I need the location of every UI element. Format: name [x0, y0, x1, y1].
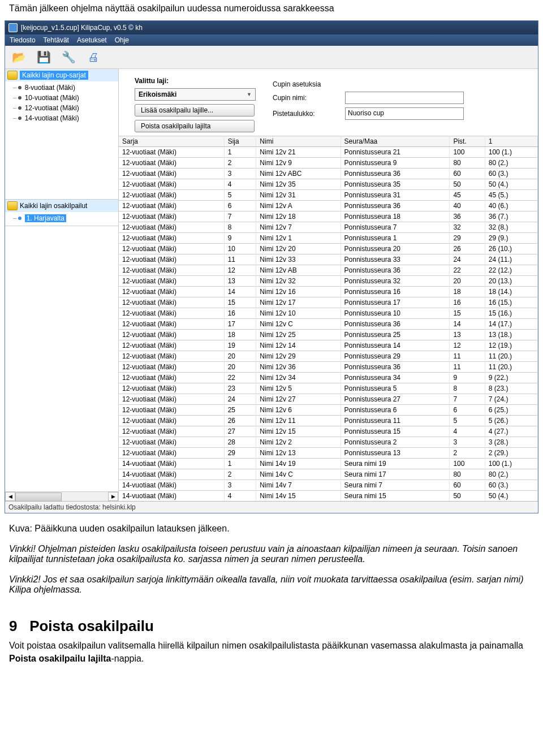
table-row[interactable]: 12-vuotiaat (Mäki)27Nimi 12v 15Ponnistus…	[119, 426, 538, 437]
table-cell: 22 (12.)	[485, 265, 537, 276]
tree-item[interactable]: ┄8-vuotiaat (Mäki)	[5, 83, 118, 93]
table-row[interactable]: 12-vuotiaat (Mäki)17Nimi 12v CPonnistuss…	[119, 319, 538, 330]
table-row[interactable]: 12-vuotiaat (Mäki)19Nimi 12v 14Ponnistus…	[119, 340, 538, 351]
table-row[interactable]: 12-vuotiaat (Mäki)22Nimi 12v 34Ponnistus…	[119, 373, 538, 383]
table-cell: 5	[450, 416, 485, 426]
table-cell: 12-vuotiaat (Mäki)	[119, 383, 224, 394]
table-cell: 12-vuotiaat (Mäki)	[119, 426, 224, 437]
toolbar-settings-button[interactable]	[58, 48, 79, 66]
menu-tiedosto[interactable]: Tiedosto	[10, 36, 36, 44]
table-cell: 60	[450, 480, 485, 491]
table-cell: 5 (26.)	[485, 416, 537, 426]
tree-head-osakilpailut[interactable]: Kaikki lajin osakilpailut	[5, 200, 118, 212]
table-cell: Nimi 12v 20	[256, 244, 341, 254]
remove-osakilpailu-button[interactable]: Poista osakilpailu lajilta	[135, 120, 255, 132]
table-row[interactable]: 14-vuotiaat (Mäki)3Nimi 14v 7Seura nimi …	[119, 480, 538, 491]
table-cell: 20	[224, 362, 256, 373]
table-row[interactable]: 12-vuotiaat (Mäki)23Nimi 12v 5Ponnistuss…	[119, 383, 538, 394]
table-row[interactable]: 12-vuotiaat (Mäki)24Nimi 12v 27Ponnistus…	[119, 394, 538, 405]
table-row[interactable]: 14-vuotiaat (Mäki)4Nimi 14v 15Seura nimi…	[119, 491, 538, 502]
tree-head-label: Kaikki lajin cup-sarjat	[20, 71, 88, 80]
table-row[interactable]: 12-vuotiaat (Mäki)12Nimi 12v ABPonnistus…	[119, 265, 538, 276]
table-cell: 14	[224, 287, 256, 297]
column-header[interactable]: Nimi	[256, 136, 341, 147]
table-row[interactable]: 12-vuotiaat (Mäki)26Nimi 12v 11Ponnistus…	[119, 416, 538, 426]
table-cell: 24	[224, 394, 256, 405]
left-hscrollbar[interactable]: ◀ ▶	[5, 491, 118, 501]
table-row[interactable]: 12-vuotiaat (Mäki)9Nimi 12v 1Ponnistusse…	[119, 233, 538, 244]
scroll-thumb[interactable]	[15, 493, 62, 502]
column-header[interactable]: Seura/Maa	[341, 136, 450, 147]
cup-nimi-input[interactable]	[345, 92, 464, 104]
table-row[interactable]: 14-vuotiaat (Mäki)1Nimi 14v 19Seura nimi…	[119, 459, 538, 469]
table-cell: 16 (15.)	[485, 297, 537, 308]
tree-head-cup-sarjat[interactable]: Kaikki lajin cup-sarjat	[5, 69, 118, 81]
table-row[interactable]: 12-vuotiaat (Mäki)8Nimi 12v 7Ponnistusse…	[119, 222, 538, 233]
table-row[interactable]: 12-vuotiaat (Mäki)6Nimi 12v APonnistusse…	[119, 201, 538, 211]
valittu-laji-combo[interactable]: Erikoismäki	[135, 88, 256, 101]
table-cell: 12-vuotiaat (Mäki)	[119, 308, 224, 319]
scroll-right-icon[interactable]: ▶	[108, 492, 118, 501]
scroll-track[interactable]	[15, 493, 108, 500]
table-cell: 40 (6.)	[485, 201, 537, 211]
column-header[interactable]: Sija	[224, 136, 256, 147]
table-row[interactable]: 14-vuotiaat (Mäki)2Nimi 14v CSeura nimi …	[119, 469, 538, 480]
toolbar-save-button[interactable]	[33, 48, 54, 66]
table-cell: 14-vuotiaat (Mäki)	[119, 491, 224, 502]
table-row[interactable]: 12-vuotiaat (Mäki)20Nimi 12v 36Ponnistus…	[119, 362, 538, 373]
scroll-left-icon[interactable]: ◀	[5, 492, 15, 501]
column-header[interactable]: 1	[485, 136, 537, 147]
table-row[interactable]: 12-vuotiaat (Mäki)14Nimi 12v 16Ponnistus…	[119, 287, 538, 297]
table-row[interactable]: 12-vuotiaat (Mäki)4Nimi 12v 35Ponnistuss…	[119, 179, 538, 190]
table-cell: 12-vuotiaat (Mäki)	[119, 287, 224, 297]
table-row[interactable]: 12-vuotiaat (Mäki)20Nimi 12v 29Ponnistus…	[119, 351, 538, 362]
tree-item[interactable]: ┄12-vuotiaat (Mäki)	[5, 103, 118, 113]
table-row[interactable]: 12-vuotiaat (Mäki)28Nimi 12v 2Ponnistuss…	[119, 437, 538, 448]
column-header[interactable]: Sarja	[119, 136, 224, 147]
add-osakilpailu-button[interactable]: Lisää osakilpailu lajille...	[135, 104, 255, 116]
table-cell: 1	[224, 459, 256, 469]
tree-item[interactable]: ┄1. Harjavalta	[5, 213, 118, 223]
table-cell: Ponnistusseura 15	[341, 426, 450, 437]
pistetaulukko-input[interactable]: Nuoriso cup	[345, 107, 464, 120]
table-row[interactable]: 12-vuotiaat (Mäki)25Nimi 12v 6Ponnistuss…	[119, 405, 538, 416]
table-row[interactable]: 12-vuotiaat (Mäki)15Nimi 12v 17Ponnistus…	[119, 297, 538, 308]
table-row[interactable]: 12-vuotiaat (Mäki)13Nimi 12v 32Ponnistus…	[119, 276, 538, 287]
table-row[interactable]: 12-vuotiaat (Mäki)1Nimi 12v 21Ponnistuss…	[119, 147, 538, 158]
table-cell: 6	[224, 201, 256, 211]
table-row[interactable]: 12-vuotiaat (Mäki)5Nimi 12v 31Ponnistuss…	[119, 190, 538, 201]
column-header[interactable]: Pist.	[450, 136, 485, 147]
table-cell: 29	[450, 233, 485, 244]
table-row[interactable]: 12-vuotiaat (Mäki)16Nimi 12v 10Ponnistus…	[119, 308, 538, 319]
table-row[interactable]: 12-vuotiaat (Mäki)11Nimi 12v 33Ponnistus…	[119, 254, 538, 265]
param-col-left: Valittu laji: Erikoismäki Lisää osakilpa…	[135, 77, 256, 132]
table-cell: 12	[224, 265, 256, 276]
valittu-laji-label: Valittu laji:	[135, 77, 256, 85]
app-window: [keijocup_v1.5.cup] KilipaCup, v0.5 © kh…	[5, 20, 538, 513]
table-cell: 80	[450, 158, 485, 169]
tree-item[interactable]: ┄10-vuotiaat (Mäki)	[5, 93, 118, 103]
table-row[interactable]: 12-vuotiaat (Mäki)18Nimi 12v 25Ponnistus…	[119, 330, 538, 340]
menu-ohje[interactable]: Ohje	[115, 36, 129, 44]
table-cell: 100	[450, 147, 485, 158]
toolbar-open-button[interactable]	[8, 48, 29, 66]
table-cell: 2	[224, 158, 256, 169]
table-cell: 80 (2.)	[485, 469, 537, 480]
table-cell: 22	[450, 265, 485, 276]
menu-asetukset[interactable]: Asetukset	[77, 36, 107, 44]
table-row[interactable]: 12-vuotiaat (Mäki)29Nimi 12v 13Ponnistus…	[119, 448, 538, 459]
table-row[interactable]: 12-vuotiaat (Mäki)3Nimi 12v ABCPonnistus…	[119, 169, 538, 179]
table-cell: 45 (5.)	[485, 190, 537, 201]
table-row[interactable]: 12-vuotiaat (Mäki)2Nimi 12v 9Ponnistusse…	[119, 158, 538, 169]
tree-item[interactable]: ┄14-vuotiaat (Mäki)	[5, 113, 118, 123]
cup-nimi-label: Cupin nimi:	[273, 94, 341, 102]
valittu-laji-value: Erikoismäki	[139, 90, 176, 98]
cup-nimi-row: Cupin nimi:	[273, 92, 464, 104]
toolbar-print-button[interactable]	[83, 48, 104, 66]
final-para-bold: Poista osakilpailu lajilta	[9, 654, 111, 663]
table-cell: Nimi 12v 1	[256, 233, 341, 244]
table-row[interactable]: 12-vuotiaat (Mäki)10Nimi 12v 20Ponnistus…	[119, 244, 538, 254]
titlebar[interactable]: [keijocup_v1.5.cup] KilipaCup, v0.5 © kh	[5, 21, 538, 34]
menu-tehtavat[interactable]: Tehtävät	[44, 36, 69, 44]
table-row[interactable]: 12-vuotiaat (Mäki)7Nimi 12v 18Ponnistuss…	[119, 211, 538, 222]
